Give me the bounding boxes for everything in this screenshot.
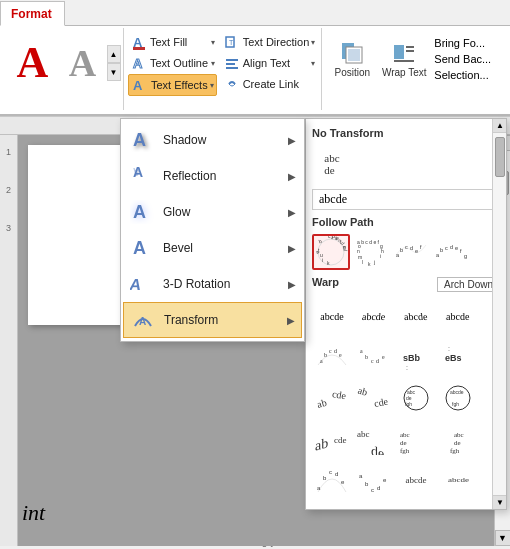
text-effects-arrow[interactable]: ▾ (210, 81, 214, 90)
warp-item-abcde-1[interactable]: abcde (312, 297, 352, 335)
follow-path-item-3[interactable]: a b c d e f (392, 234, 430, 270)
create-link-button[interactable]: Create Link (221, 74, 318, 94)
warp-arch-down-icon: a b c d e (356, 341, 392, 373)
text-outline-button[interactable]: A Text Outline ▾ (128, 53, 217, 73)
warp-item-badge-2[interactable]: abcde fgh (438, 379, 478, 417)
svg-text:c: c (445, 245, 448, 251)
menu-item-3d-rotation[interactable]: A 3-D Rotation ▶ (121, 266, 304, 302)
follow-path-title: Follow Path (312, 214, 500, 230)
svg-text:e: e (383, 477, 387, 483)
align-text-arrow[interactable]: ▾ (311, 59, 315, 68)
menu-item-shadow[interactable]: A Shadow ▶ (121, 122, 304, 158)
tab-format[interactable]: Format (0, 1, 65, 26)
no-transform-text: abcde (324, 152, 339, 176)
text-effects-dropdown: A Shadow ▶ A A Reflection ▶ A Glow ▶ A (120, 118, 305, 342)
follow-path-grid: a b c d e f a b c d e f g u t i k (312, 234, 500, 270)
text-fill-arrow[interactable]: ▾ (211, 38, 215, 47)
svg-text:c: c (328, 235, 331, 239)
3d-rotation-arrow: ▶ (288, 279, 296, 290)
warp-item-abcde-4[interactable]: abcde (438, 297, 478, 335)
svg-text:de: de (400, 439, 407, 447)
svg-text:A: A (133, 56, 143, 71)
text-fill-button[interactable]: A Text Fill ▾ (128, 32, 217, 52)
follow-path-item-2[interactable]: a b c d e f g h i j k l m n o (352, 234, 390, 270)
text-direction-button[interactable]: T Text Direction ▾ (221, 32, 318, 52)
warp-item-last-1[interactable]: a b c d e (312, 461, 352, 499)
selection-button[interactable]: Selection... (432, 68, 493, 82)
menu-item-transform[interactable]: A Transform ▶ (123, 302, 302, 338)
warp-item-badge-1[interactable]: abc de fgh (396, 379, 436, 417)
text-direction-arrow[interactable]: ▾ (311, 38, 315, 47)
panel-scroll-down[interactable]: ▼ (493, 495, 507, 509)
warp-item-wave-1[interactable]: ab cde (312, 379, 352, 417)
warp-wave-1-icon: ab cde (314, 382, 350, 414)
text-outline-arrow[interactable]: ▾ (211, 59, 215, 68)
no-transform-section: No Transform abcde abcde (312, 125, 500, 210)
create-link-label: Create Link (243, 78, 316, 90)
warp-item-fan-1[interactable]: ab cde (312, 420, 352, 458)
warp-last-4-text: abcde (448, 477, 469, 484)
warp-item-arch-down[interactable]: a b c d e (354, 338, 394, 376)
3d-rotation-label: 3-D Rotation (163, 277, 280, 291)
svg-rect-7 (226, 63, 235, 65)
follow-path-item-1[interactable]: a b c d e f a b c d e f g u t i k (312, 234, 350, 270)
align-text-button[interactable]: Align Text ▾ (221, 53, 318, 73)
svg-text:abc: abc (400, 431, 410, 439)
warp-item-abcde-2[interactable]: abcde (354, 297, 394, 335)
svg-text:c: c (405, 244, 408, 250)
svg-text:d: d (332, 235, 335, 239)
warp-text-4: abcde (446, 311, 470, 322)
warp-item-circle-down[interactable]: eBs : (438, 338, 478, 376)
wordart-icon-small[interactable]: A (61, 38, 105, 88)
send-back-label: Send Bac... (434, 53, 491, 65)
menu-item-glow[interactable]: A Glow ▶ (121, 194, 304, 230)
warp-item-complex-1[interactable]: abc de fgh (396, 420, 436, 458)
warp-item-abcde-3[interactable]: abcde (396, 297, 436, 335)
create-link-icon (223, 75, 241, 93)
wordart-icon-large[interactable]: A (7, 34, 59, 92)
follow-path-item-4[interactable]: a b c d e f g (432, 234, 470, 270)
reflection-arrow: ▶ (288, 171, 296, 182)
position-label: Position (335, 67, 371, 78)
warp-row-5: a b c d e a b c d e abcde (312, 461, 500, 499)
warp-item-last-2[interactable]: a b c d e (354, 461, 394, 499)
svg-text:A: A (133, 238, 146, 258)
panel-scrollbar[interactable]: ▲ ▼ (492, 119, 506, 509)
arrange-buttons-row: Position Wrap Text Bring Fo... (328, 32, 500, 106)
svg-text:d: d (334, 348, 337, 354)
svg-text:A: A (133, 130, 146, 150)
warp-item-circle-up[interactable]: sBb : (396, 338, 436, 376)
align-text-icon (223, 54, 241, 72)
warp-item-arch-up[interactable]: a b c d e (312, 338, 352, 376)
position-button[interactable]: Position (328, 32, 376, 84)
wordart-scroll-up[interactable]: ▲ (107, 45, 121, 63)
send-back-button[interactable]: Send Bac... (432, 52, 493, 66)
text-col-left: A Text Fill ▾ A Text Outline ▾ (128, 32, 217, 110)
panel-scroll-thumb[interactable] (495, 137, 505, 177)
svg-text:b: b (440, 247, 443, 253)
shadow-arrow: ▶ (288, 135, 296, 146)
warp-item-fan-2[interactable]: abc de (354, 420, 394, 458)
text-col-right: T Text Direction ▾ Align T (221, 32, 318, 110)
bring-forward-button[interactable]: Bring Fo... (432, 36, 493, 50)
warp-item-wave-2[interactable]: ab cde (354, 379, 394, 417)
svg-text:c: c (329, 348, 332, 354)
warp-item-complex-2[interactable]: abc de fgh (438, 420, 478, 458)
no-transform-item[interactable]: abcde (312, 145, 352, 183)
warp-item-last-4[interactable]: abcde (438, 461, 478, 499)
menu-item-bevel[interactable]: A Bevel ▶ (121, 230, 304, 266)
wordart-scroll-down[interactable]: ▼ (107, 63, 121, 81)
panel-scroll-up[interactable]: ▲ (493, 119, 507, 133)
wrap-text-button[interactable]: Wrap Text (380, 32, 428, 84)
wrap-text-label: Wrap Text (382, 67, 427, 78)
wordart-a-gray: A (69, 44, 96, 82)
scroll-down-button[interactable]: ▼ (495, 530, 511, 546)
warp-circle-icon: sBb : (398, 341, 434, 373)
text-effects-button[interactable]: A Text Effects ▾ (128, 74, 217, 96)
follow-path-arch-icon: a b c d e f g (434, 235, 468, 269)
warp-text-1: abcde (320, 311, 343, 322)
svg-text:h: h (381, 248, 384, 254)
menu-item-reflection[interactable]: A A Reflection ▶ (121, 158, 304, 194)
text-direction-label: Text Direction (243, 36, 310, 48)
warp-item-last-3[interactable]: abcde (396, 461, 436, 499)
